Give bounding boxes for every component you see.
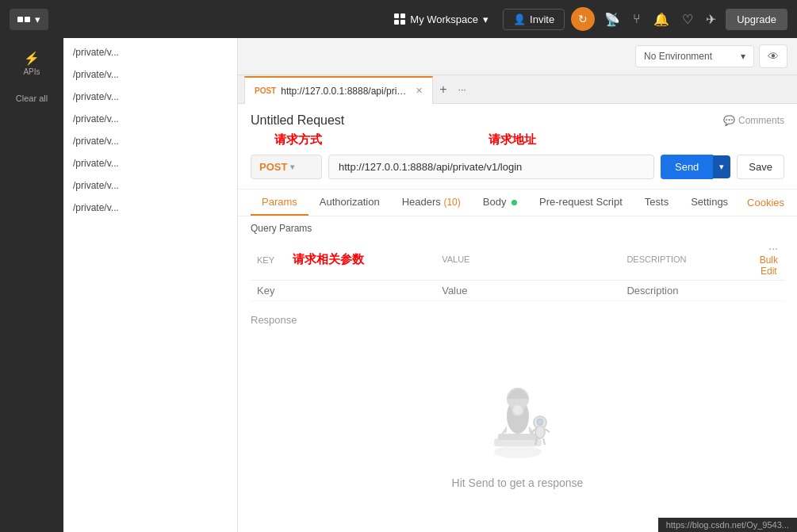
method-value: POST xyxy=(259,161,287,173)
save-button[interactable]: Save xyxy=(737,155,784,179)
list-item[interactable]: /private/v... xyxy=(63,130,237,152)
left-panel: /private/v... /private/v... /private/v..… xyxy=(63,38,238,532)
workspace-button[interactable]: My Workspace ▾ xyxy=(386,9,496,30)
list-item[interactable]: /private/v... xyxy=(63,197,237,219)
cookies-link[interactable]: Cookies xyxy=(747,197,784,209)
git-icon-button[interactable]: ⑂ xyxy=(630,9,644,29)
description-column-header: DESCRIPTION xyxy=(620,239,753,281)
tab-method-badge: POST xyxy=(255,86,276,95)
bell-icon-button[interactable]: 🔔 xyxy=(650,9,672,30)
navbar: ▾ My Workspace ▾ 👤 Invite ↻ 📡 ⑂ 🔔 ♡ ✈ Up… xyxy=(0,0,797,38)
method-select[interactable]: POST ▾ xyxy=(251,155,322,179)
svg-line-11 xyxy=(543,438,545,445)
env-eye-button[interactable]: 👁 xyxy=(759,44,787,68)
response-empty: Hit Send to get a response xyxy=(251,332,784,526)
send-button[interactable]: Send xyxy=(661,155,713,179)
request-title: Untitled Request xyxy=(251,113,344,128)
environment-select[interactable]: No Environment ▾ xyxy=(635,45,754,67)
tab-tests[interactable]: Tests xyxy=(634,189,680,216)
more-dots-icon[interactable]: ··· xyxy=(768,242,778,255)
workspace-icon xyxy=(394,13,405,25)
svg-point-12 xyxy=(537,419,543,425)
response-section: Response xyxy=(238,308,797,532)
sidebar-apis-label: APIs xyxy=(23,67,40,76)
request-title-row: Untitled Request 💬 Comments xyxy=(251,113,784,128)
tab-more-button[interactable]: ··· xyxy=(454,84,471,95)
main-layout: ⚡ APIs Clear all /private/v... /private/… xyxy=(0,38,797,532)
tab-bar: POST http://127.0.0.1:8888/api/priva... … xyxy=(238,75,797,104)
value-column-header: VALUE xyxy=(435,239,620,281)
comments-button[interactable]: 💬 Comments xyxy=(723,115,784,126)
response-title: Response xyxy=(251,314,784,326)
list-item[interactable]: /private/v... xyxy=(63,152,237,174)
tab-pre-request[interactable]: Pre-request Script xyxy=(528,189,634,216)
tab-url: http://127.0.0.1:8888/api/priva... xyxy=(281,86,408,97)
invite-button[interactable]: 👤 Invite xyxy=(503,9,565,30)
sidebar: ⚡ APIs Clear all xyxy=(0,38,63,532)
env-label: No Environment xyxy=(644,51,712,62)
comments-label: Comments xyxy=(738,115,784,126)
action-column-header: ··· Bulk Edit xyxy=(753,239,784,281)
navbar-right: ↻ 📡 ⑂ 🔔 ♡ ✈ Upgrade xyxy=(571,7,787,31)
url-input[interactable] xyxy=(328,155,654,179)
satellite-icon-button[interactable]: 📡 xyxy=(601,9,623,30)
list-item[interactable]: /private/v... xyxy=(63,108,237,130)
sync-button[interactable]: ↻ xyxy=(571,7,595,31)
workspace-label: My Workspace xyxy=(410,13,478,25)
description-input[interactable] xyxy=(626,285,746,297)
key-input[interactable] xyxy=(257,285,429,297)
svg-point-0 xyxy=(494,446,542,458)
svg-line-9 xyxy=(545,429,550,432)
svg-rect-2 xyxy=(498,434,538,440)
sub-tabs: Params Authorization Headers (10) Body P… xyxy=(238,189,797,216)
invite-label: Invite xyxy=(530,13,554,25)
workspace-chevron: ▾ xyxy=(483,13,489,25)
params-annotation: 请求相关参数 xyxy=(293,252,364,266)
comments-icon: 💬 xyxy=(723,115,735,126)
params-section: Query Params KEY 请求相关参数 VALUE DESCRIPTIO… xyxy=(238,216,797,308)
tab-headers[interactable]: Headers (10) xyxy=(391,189,472,216)
response-hint: Hit Send to get a response xyxy=(452,477,584,489)
brand-icon xyxy=(17,17,30,22)
send-icon-button[interactable]: ✈ xyxy=(703,9,719,30)
tab-post[interactable]: POST http://127.0.0.1:8888/api/priva... … xyxy=(244,76,433,104)
svg-point-5 xyxy=(512,404,523,415)
headers-badge: (10) xyxy=(443,197,460,208)
upgrade-button[interactable]: Upgrade xyxy=(726,9,787,30)
status-bar: https://blog.csdn.net/Oy_9543... xyxy=(658,518,797,532)
sidebar-item-apis[interactable]: ⚡ APIs xyxy=(8,44,56,82)
status-bar-text: https://blog.csdn.net/Oy_9543... xyxy=(666,520,789,530)
request-area: Untitled Request 💬 Comments 请求方式 请求地址 PO… xyxy=(238,104,797,189)
list-item[interactable]: /private/v... xyxy=(63,63,237,86)
send-btn-group: Send ▾ xyxy=(661,155,730,179)
table-row xyxy=(251,281,784,301)
tab-params[interactable]: Params xyxy=(251,189,308,216)
list-item[interactable]: /private/v... xyxy=(63,41,237,63)
svg-point-7 xyxy=(535,426,545,438)
brand-button[interactable]: ▾ xyxy=(10,9,48,30)
list-item[interactable]: /private/v... xyxy=(63,174,237,197)
url-bar: POST ▾ Send ▾ Save xyxy=(251,155,784,179)
query-params-title: Query Params xyxy=(251,223,312,234)
bulk-edit-button[interactable]: Bulk Edit xyxy=(760,255,778,277)
tab-authorization[interactable]: Authorization xyxy=(308,189,391,216)
params-table: KEY 请求相关参数 VALUE DESCRIPTION ··· Bulk Ed… xyxy=(251,239,784,301)
left-panel-list: /private/v... /private/v... /private/v..… xyxy=(63,38,237,532)
body-dot xyxy=(512,200,517,205)
clear-all-button[interactable]: Clear all xyxy=(16,94,48,103)
tab-body[interactable]: Body xyxy=(472,189,528,216)
tab-close-icon[interactable]: ✕ xyxy=(416,86,423,96)
brand-chevron: ▾ xyxy=(35,13,40,25)
content-area: No Environment ▾ 👁 POST http://127.0.0.1… xyxy=(238,38,797,532)
heart-icon-button[interactable]: ♡ xyxy=(679,9,696,30)
tab-add-button[interactable]: + xyxy=(435,82,451,97)
env-chevron: ▾ xyxy=(741,51,745,62)
list-item[interactable]: /private/v... xyxy=(63,86,237,108)
tab-settings[interactable]: Settings xyxy=(680,189,739,216)
value-input[interactable] xyxy=(442,285,614,297)
send-dropdown-button[interactable]: ▾ xyxy=(713,155,730,178)
key-column-header: KEY 请求相关参数 xyxy=(251,239,435,281)
apis-icon: ⚡ xyxy=(11,51,52,66)
method-chevron: ▾ xyxy=(290,163,294,171)
invite-icon: 👤 xyxy=(513,13,526,25)
